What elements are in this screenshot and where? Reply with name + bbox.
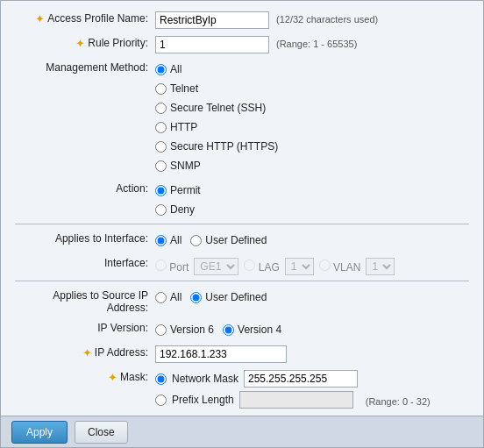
label-source-ip-user-defined[interactable]: User Defined bbox=[205, 291, 267, 303]
label-management-ssh[interactable]: Secure Telnet (SSH) bbox=[170, 102, 266, 114]
radio-management-https[interactable] bbox=[155, 141, 167, 153]
radio-management-snmp[interactable] bbox=[155, 160, 167, 172]
applies-interface-group: All User Defined bbox=[155, 231, 267, 249]
label-ip-version-4[interactable]: Version 4 bbox=[238, 324, 281, 336]
label-management-http[interactable]: HTTP bbox=[170, 121, 197, 133]
label-action-permit[interactable]: Permit bbox=[170, 184, 201, 196]
port-select[interactable]: GE1 bbox=[194, 258, 238, 275]
radio-interface-vlan[interactable] bbox=[319, 260, 331, 271]
required-star-3: ✦ bbox=[82, 346, 92, 359]
access-profile-name-input[interactable] bbox=[155, 11, 269, 29]
action-group: Permit Deny bbox=[155, 181, 201, 218]
rule-priority-input[interactable] bbox=[155, 36, 269, 53]
label-management-telnet[interactable]: Telnet bbox=[170, 82, 198, 95]
ip-address-label: ✦ IP Address: bbox=[15, 344, 155, 359]
label-management-snmp[interactable]: SNMP bbox=[170, 160, 201, 172]
applies-source-ip-label: Applies to Source IP Address: bbox=[15, 287, 155, 314]
radio-mask-network[interactable] bbox=[155, 373, 167, 385]
label-interface-lag: LAG bbox=[259, 261, 280, 274]
radio-management-all[interactable] bbox=[155, 64, 167, 75]
radio-ip-version-4[interactable] bbox=[223, 324, 234, 336]
mask-label: ✦ Mask: bbox=[15, 368, 155, 384]
action-label: Action: bbox=[15, 180, 155, 195]
radio-source-ip-user-defined[interactable] bbox=[190, 292, 202, 303]
management-method-label: Management Method: bbox=[15, 59, 155, 74]
rule-priority-hint: (Range: 1 - 65535) bbox=[276, 36, 357, 49]
prefix-length-input[interactable] bbox=[239, 391, 353, 409]
label-ip-version-6[interactable]: Version 6 bbox=[170, 324, 214, 336]
network-mask-input[interactable] bbox=[244, 370, 358, 388]
vlan-select[interactable]: 1 bbox=[366, 258, 395, 275]
radio-interface-user-defined[interactable] bbox=[190, 235, 202, 246]
close-button[interactable]: Close bbox=[75, 421, 128, 444]
label-source-ip-all[interactable]: All bbox=[170, 291, 182, 303]
prefix-length-hint: (Range: 0 - 32) bbox=[366, 394, 431, 407]
radio-interface-lag[interactable] bbox=[244, 260, 255, 271]
required-star-4: ✦ bbox=[108, 371, 117, 384]
radio-ip-version-6[interactable] bbox=[155, 324, 167, 336]
footer-bar: Apply Close bbox=[1, 416, 483, 447]
ip-address-input[interactable] bbox=[155, 345, 287, 363]
access-profile-name-label: ✦ Access Profile Name: bbox=[15, 10, 155, 25]
label-mask-network[interactable]: Network Mask bbox=[172, 373, 238, 385]
label-action-deny[interactable]: Deny bbox=[170, 203, 195, 216]
lag-select[interactable]: 1 bbox=[285, 258, 314, 275]
label-management-https[interactable]: Secure HTTP (HTTPS) bbox=[170, 140, 278, 153]
access-profile-name-hint: (12/32 characters used) bbox=[276, 11, 378, 25]
radio-action-deny[interactable] bbox=[155, 204, 167, 216]
interface-label: Interface: bbox=[15, 254, 155, 269]
label-interface-all[interactable]: All bbox=[170, 234, 182, 246]
interface-selector-row: Port GE1 LAG 1 VLAN bbox=[155, 256, 395, 275]
required-star-1: ✦ bbox=[35, 12, 45, 25]
radio-management-http[interactable] bbox=[155, 122, 167, 133]
source-ip-group: All User Defined bbox=[155, 288, 267, 306]
apply-button[interactable]: Apply bbox=[11, 421, 68, 444]
ip-version-group: Version 6 Version 4 bbox=[155, 321, 281, 338]
applies-to-interface-label: Applies to Interface: bbox=[15, 230, 155, 245]
label-interface-vlan: VLAN bbox=[333, 261, 360, 274]
management-method-group: All Telnet Secure Telnet (SSH) HTTP bbox=[155, 60, 278, 174]
radio-mask-prefix[interactable] bbox=[155, 395, 167, 406]
radio-action-permit[interactable] bbox=[155, 185, 167, 196]
radio-management-telnet[interactable] bbox=[155, 83, 167, 95]
radio-management-ssh[interactable] bbox=[155, 103, 167, 114]
ip-version-label: IP Version: bbox=[15, 319, 155, 334]
label-interface-port: Port bbox=[169, 261, 189, 274]
label-management-all[interactable]: All bbox=[170, 63, 182, 75]
radio-source-ip-all[interactable] bbox=[155, 292, 167, 303]
radio-interface-all[interactable] bbox=[155, 235, 167, 246]
label-interface-user-defined[interactable]: User Defined bbox=[205, 234, 267, 246]
rule-priority-label: ✦ Rule Priority: bbox=[15, 34, 155, 50]
required-star-2: ✦ bbox=[75, 37, 85, 50]
radio-interface-port[interactable] bbox=[155, 260, 167, 271]
label-mask-prefix[interactable]: Prefix Length bbox=[172, 394, 234, 406]
